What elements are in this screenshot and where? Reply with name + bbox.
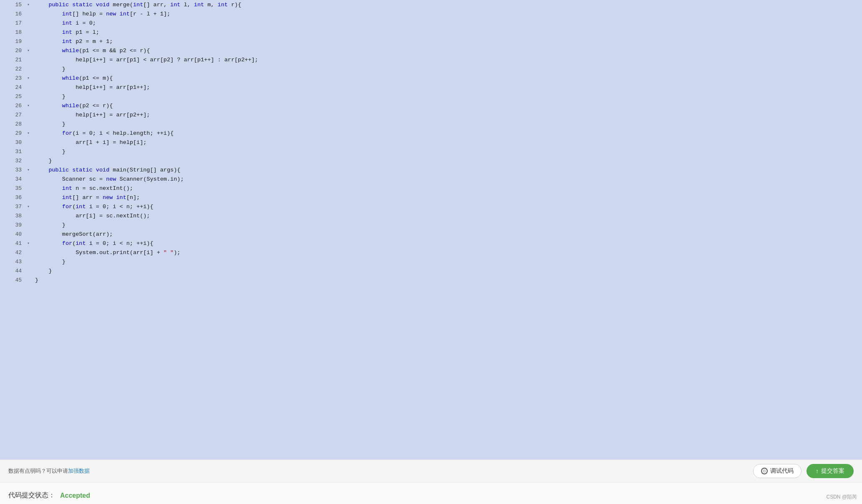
code-token: (p1 <= m && p2 <= r){ <box>79 48 150 54</box>
fold-indicator <box>25 156 32 165</box>
code-line: } <box>32 119 862 129</box>
line-number: 37 <box>0 202 25 211</box>
fold-indicator <box>25 184 32 193</box>
code-panel: 15▾ public static void merge(int[] arr, … <box>0 0 862 459</box>
table-row: 40 mergeSort(arr); <box>0 229 862 239</box>
line-number: 41 <box>0 239 25 248</box>
code-token <box>35 38 62 45</box>
table-row: 17 int i = 0; <box>0 18 862 28</box>
code-token: help[i++] = arr[p1] < arr[p2] ? arr[p1++… <box>35 57 258 63</box>
code-token: int <box>120 11 130 17</box>
fold-indicator <box>25 92 32 101</box>
code-token <box>35 75 62 81</box>
line-number: 45 <box>0 275 25 285</box>
code-token: } <box>35 66 66 72</box>
fold-indicator[interactable]: ▾ <box>25 101 32 110</box>
code-token: (p1 <= m){ <box>79 75 113 81</box>
fold-indicator <box>25 138 32 147</box>
code-token <box>35 185 62 192</box>
fold-indicator[interactable]: ▾ <box>25 165 32 174</box>
fold-indicator[interactable]: ▾ <box>25 239 32 248</box>
line-number: 19 <box>0 37 25 46</box>
code-token: Scanner(System.in); <box>116 176 184 182</box>
fold-indicator <box>25 211 32 220</box>
code-token: Scanner sc = <box>35 176 106 182</box>
code-token <box>35 103 62 109</box>
code-token: new <box>103 194 113 201</box>
status-label: 代码提交状态： <box>8 491 55 500</box>
code-token: for <box>62 130 72 136</box>
code-line: } <box>32 64 862 73</box>
code-token: int <box>218 2 228 8</box>
code-token <box>35 29 62 35</box>
table-row: 33▾ public static void main(String[] arg… <box>0 165 862 174</box>
code-line: help[i++] = arr[p1] < arr[p2] ? arr[p1++… <box>32 55 862 64</box>
code-line: while(p1 <= m && p2 <= r){ <box>32 46 862 55</box>
code-token: int <box>76 240 86 247</box>
code-token <box>35 20 62 26</box>
code-token: static <box>72 167 93 173</box>
line-number: 30 <box>0 138 25 147</box>
code-token <box>35 194 62 201</box>
status-bar: 代码提交状态： Accepted <box>0 482 862 504</box>
table-row: 29▾ for(i = 0; i < help.length; ++i){ <box>0 129 862 138</box>
code-line: } <box>32 156 862 165</box>
code-line: mergeSort(arr); <box>32 229 862 239</box>
fold-indicator <box>25 64 32 73</box>
submit-button[interactable]: ↑ 提交答案 <box>807 464 854 478</box>
code-line: help[i++] = arr[p2++]; <box>32 110 862 119</box>
table-row: 15▾ public static void merge(int[] arr, … <box>0 0 862 9</box>
table-row: 36 int[] arr = new int[n]; <box>0 193 862 202</box>
fold-indicator <box>25 110 32 119</box>
fold-indicator[interactable]: ▾ <box>25 73 32 83</box>
code-token: ); <box>174 249 180 256</box>
table-row: 42 System.out.print(arr[i] + " "); <box>0 248 862 257</box>
fold-indicator[interactable]: ▾ <box>25 202 32 211</box>
code-line: for(int i = 0; i < n; ++i){ <box>32 239 862 248</box>
code-line: } <box>32 147 862 156</box>
code-token <box>35 2 48 8</box>
line-number: 32 <box>0 156 25 165</box>
status-value: Accepted <box>60 492 90 499</box>
code-line: arr[l + i] = help[i]; <box>32 138 862 147</box>
code-token: while <box>62 103 79 109</box>
strengthen-data-link[interactable]: 加强数据 <box>68 468 90 474</box>
code-line: System.out.print(arr[i] + " "); <box>32 248 862 257</box>
code-token <box>35 240 62 247</box>
table-row: 37▾ for(int i = 0; i < n; ++i){ <box>0 202 862 211</box>
code-token: help[i++] = arr[p1++]; <box>35 84 150 91</box>
line-number: 21 <box>0 55 25 64</box>
table-row: 31 } <box>0 147 862 156</box>
fold-indicator[interactable]: ▾ <box>25 129 32 138</box>
table-row: 39 } <box>0 220 862 229</box>
code-line: arr[i] = sc.nextInt(); <box>32 211 862 220</box>
code-token: public <box>48 167 69 173</box>
debug-label: 调试代码 <box>770 467 794 475</box>
fold-indicator[interactable]: ▾ <box>25 0 32 9</box>
code-token: } <box>35 158 52 164</box>
table-row: 25 } <box>0 92 862 101</box>
table-row: 20▾ while(p1 <= m && p2 <= r){ <box>0 46 862 55</box>
line-number: 28 <box>0 119 25 129</box>
code-token: int <box>62 185 72 192</box>
line-number: 22 <box>0 64 25 73</box>
fold-indicator <box>25 9 32 18</box>
line-number: 23 <box>0 73 25 83</box>
code-token: int <box>116 194 126 201</box>
code-token: } <box>35 259 66 265</box>
debug-button[interactable]: ⊙ 调试代码 <box>753 464 802 478</box>
code-token: int <box>76 204 86 210</box>
code-token: (p2 <= r){ <box>79 103 113 109</box>
code-line: int p1 = l; <box>32 28 862 37</box>
line-number: 25 <box>0 92 25 101</box>
code-token: } <box>35 277 38 283</box>
fold-indicator[interactable]: ▾ <box>25 46 32 55</box>
code-token: } <box>35 93 66 100</box>
code-token: System.out.print(arr[i] + <box>35 249 164 256</box>
line-number: 36 <box>0 193 25 202</box>
code-token <box>35 204 62 210</box>
code-token <box>35 48 62 54</box>
code-token: int <box>194 2 204 8</box>
code-line: } <box>32 257 862 266</box>
code-token <box>93 2 96 8</box>
